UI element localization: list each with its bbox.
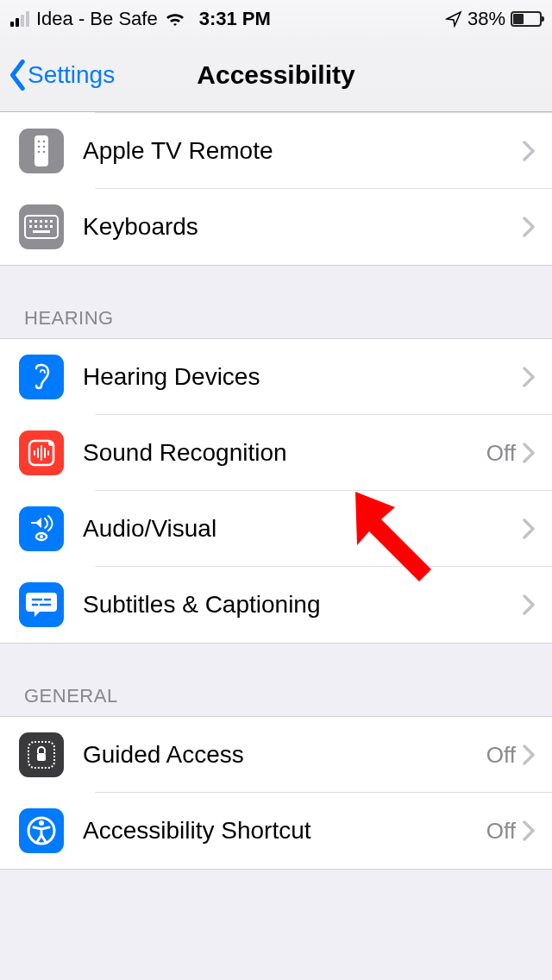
nav-bar: Settings Accessibility [0,38,552,112]
keyboards-icon [19,204,64,249]
back-button[interactable]: Settings [0,60,115,91]
battery-pct-label: 38% [467,8,505,30]
svg-point-4 [43,146,46,148]
group-top: Apple TV Remote Keyboards [0,112,552,266]
svg-rect-15 [40,225,42,228]
signal-icon [10,11,29,27]
chevron-right-icon [523,443,535,463]
svg-rect-33 [37,753,46,761]
svg-point-3 [38,146,41,148]
chevron-right-icon [523,518,535,539]
svg-rect-14 [34,225,37,228]
row-guided-access[interactable]: Guided Access Off [0,717,552,793]
apple-tv-remote-icon [19,129,64,173]
svg-point-35 [39,820,44,826]
time-label: 3:31 PM [199,8,271,30]
svg-point-2 [43,141,46,143]
chevron-right-icon [523,744,535,765]
chevron-right-icon [523,367,535,387]
svg-rect-0 [34,135,48,166]
svg-rect-18 [33,230,50,233]
svg-point-20 [48,441,53,446]
row-label: Sound Recognition [83,439,486,467]
row-apple-tv-remote[interactable]: Apple TV Remote [0,113,552,189]
row-keyboards[interactable]: Keyboards [0,189,552,265]
status-bar: Idea - Be Safe 3:31 PM 38% [0,0,552,38]
page-title: Accessibility [197,60,354,90]
row-audio-visual[interactable]: Audio/Visual [0,491,552,567]
svg-point-1 [38,141,41,143]
wifi-icon [165,10,185,28]
section-header-hearing: HEARING [0,266,552,338]
svg-rect-10 [40,220,42,223]
sound-recognition-icon [19,430,64,475]
chevron-right-icon [523,217,535,237]
row-label: Audio/Visual [83,515,523,543]
row-label: Accessibility Shortcut [83,817,486,845]
svg-rect-9 [34,220,37,223]
status-right: 38% [445,8,542,30]
row-label: Guided Access [83,741,486,769]
svg-rect-12 [50,220,53,223]
svg-point-6 [43,151,46,154]
svg-point-27 [40,535,43,538]
svg-rect-13 [29,225,32,228]
location-icon [445,10,462,28]
chevron-right-icon [523,141,535,161]
row-sound-recognition[interactable]: Sound Recognition Off [0,415,552,491]
row-label: Keyboards [83,213,523,241]
row-label: Apple TV Remote [83,137,523,165]
status-left: Idea - Be Safe 3:31 PM [10,8,271,30]
row-accessibility-shortcut[interactable]: Accessibility Shortcut Off [0,793,552,869]
row-label: Hearing Devices [83,363,523,391]
svg-point-5 [38,151,41,154]
svg-rect-16 [45,225,47,228]
back-label: Settings [28,61,115,89]
row-subtitles-captioning[interactable]: Subtitles & Captioning [0,567,552,643]
row-label: Subtitles & Captioning [83,591,523,619]
hearing-devices-icon [19,355,64,399]
row-value: Off [486,742,516,769]
chevron-left-icon [9,60,28,91]
svg-rect-11 [45,220,47,223]
row-value: Off [486,818,516,845]
battery-icon [511,11,542,27]
chevron-right-icon [523,820,535,841]
svg-rect-17 [50,225,53,228]
section-header-general: GENERAL [0,644,552,716]
accessibility-shortcut-icon [19,808,64,853]
row-value: Off [486,440,516,467]
group-hearing: Hearing Devices Sound Recognition Off Au… [0,338,552,644]
subtitles-icon [19,582,64,627]
carrier-label: Idea - Be Safe [36,8,158,30]
guided-access-icon [19,732,64,777]
row-hearing-devices[interactable]: Hearing Devices [0,339,552,415]
svg-rect-8 [29,220,32,223]
group-general: Guided Access Off Accessibility Shortcut… [0,716,552,870]
chevron-right-icon [523,594,535,615]
audio-visual-icon [19,506,64,551]
